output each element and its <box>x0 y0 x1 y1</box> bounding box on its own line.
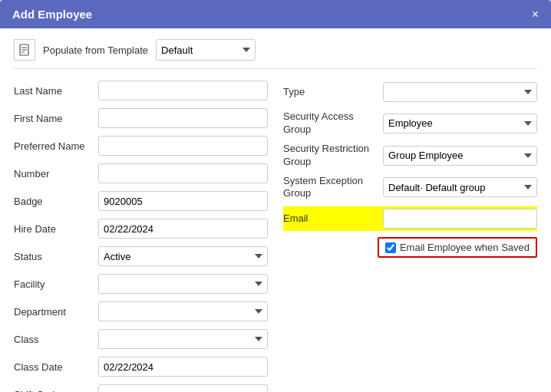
form-row-email: Email <box>283 206 537 231</box>
form-row-facility: Facility <box>14 273 268 295</box>
label-hire-date: Hire Date <box>14 223 98 235</box>
close-button[interactable]: × <box>532 8 539 21</box>
label-status: Status <box>14 251 98 262</box>
label-last-name: Last Name <box>14 85 98 97</box>
label-type: Type <box>283 86 383 99</box>
template-icon <box>14 39 35 61</box>
select-shift-code[interactable] <box>98 384 268 392</box>
label-facility: Facility <box>14 278 98 290</box>
label-security-restriction-group: Security Restriction Group <box>283 143 383 169</box>
email-when-saved-label: Email Employee when Saved <box>400 242 530 253</box>
select-facility[interactable] <box>98 274 268 294</box>
modal-header: Add Employee × <box>0 0 551 28</box>
select-system-exception-group[interactable]: Default· Default group <box>383 177 537 197</box>
form-row-badge: Badge <box>14 190 268 212</box>
form-row-department: Department <box>14 301 268 322</box>
select-status[interactable]: Active Inactive <box>98 246 268 266</box>
label-class-date: Class Date <box>14 361 98 373</box>
input-badge[interactable] <box>98 191 268 211</box>
select-security-restriction-group[interactable]: Group Employee <box>383 146 537 166</box>
label-department: Department <box>14 306 98 318</box>
form-row-last-name: Last Name <box>14 80 268 101</box>
form-row-hire-date: Hire Date <box>14 218 268 239</box>
select-type[interactable] <box>383 82 537 102</box>
form-row-security-access-group: Security Access Group Employee <box>283 110 537 137</box>
label-shift-code: Shift Code <box>14 389 98 393</box>
left-column: Last Name First Name Preferred Name Numb… <box>14 80 268 392</box>
modal-body: Populate from Template Default Last Name… <box>0 28 551 392</box>
label-number: Number <box>14 168 98 180</box>
input-number[interactable] <box>98 163 268 183</box>
input-first-name[interactable] <box>98 108 268 128</box>
form-columns: Last Name First Name Preferred Name Numb… <box>14 80 537 392</box>
form-row-system-exception-group: System Exception Group Default· Default … <box>283 175 537 201</box>
email-when-saved-checkbox[interactable] <box>385 242 396 253</box>
input-hire-date[interactable] <box>98 219 268 239</box>
label-system-exception-group: System Exception Group <box>283 175 383 201</box>
select-security-access-group[interactable]: Employee <box>383 114 537 133</box>
form-row-number: Number <box>14 163 268 184</box>
form-row-status: Status Active Inactive <box>14 245 268 267</box>
select-class[interactable] <box>98 329 268 349</box>
label-email: Email <box>283 212 383 226</box>
form-row-class-date: Class Date <box>14 356 268 377</box>
label-preferred-name: Preferred Name <box>14 140 98 152</box>
label-security-access-group: Security Access Group <box>283 110 383 137</box>
template-label: Populate from Template <box>43 44 148 56</box>
input-last-name[interactable] <box>98 81 268 100</box>
input-email[interactable] <box>383 209 537 229</box>
add-employee-modal: Add Employee × Populate from Template De… <box>0 0 551 392</box>
form-row-first-name: First Name <box>14 107 268 129</box>
modal-title: Add Employee <box>12 8 92 21</box>
right-column: Type Security Access Group Employee <box>283 80 537 392</box>
label-badge: Badge <box>14 196 98 207</box>
email-checkbox-container: Email Employee when Saved <box>378 237 537 258</box>
form-row-shift-code: Shift Code <box>14 384 268 392</box>
template-row: Populate from Template Default <box>14 39 537 69</box>
label-class: Class <box>14 334 98 345</box>
form-row-class: Class <box>14 328 268 350</box>
form-row-preferred-name: Preferred Name <box>14 135 268 156</box>
template-select[interactable]: Default <box>156 39 256 61</box>
form-row-type: Type <box>283 80 537 104</box>
input-preferred-name[interactable] <box>98 136 268 156</box>
select-department[interactable] <box>98 301 268 321</box>
form-row-security-restriction-group: Security Restriction Group Group Employe… <box>283 143 537 169</box>
label-first-name: First Name <box>14 113 98 124</box>
email-checkbox-row: Email Employee when Saved <box>283 237 537 258</box>
input-class-date[interactable] <box>98 357 268 377</box>
